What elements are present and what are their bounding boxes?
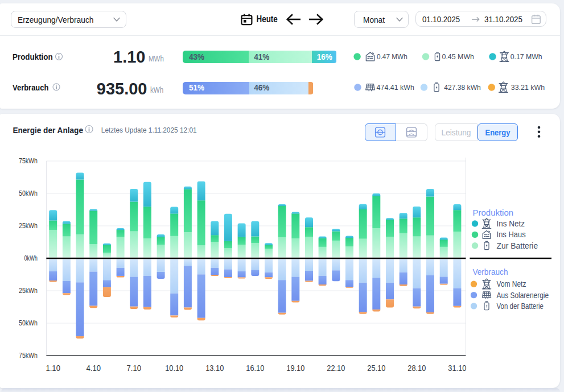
svg-text:Energie der Anlage: Energie der Anlage — [13, 125, 83, 135]
svg-text:25kWh: 25kWh — [19, 287, 38, 295]
svg-text:19.10: 19.10 — [286, 364, 304, 373]
svg-text:10.10: 10.10 — [165, 364, 183, 373]
svg-text:MWh: MWh — [149, 54, 164, 63]
svg-text:Ins Netz: Ins Netz — [497, 219, 525, 228]
svg-text:0kWh: 0kWh — [24, 254, 38, 262]
svg-text:Ins Haus: Ins Haus — [497, 230, 526, 239]
svg-text:935.00: 935.00 — [97, 80, 147, 98]
svg-text:33.21 kWh: 33.21 kWh — [511, 83, 545, 92]
svg-text:22.10: 22.10 — [327, 364, 345, 373]
svg-text:50kWh: 50kWh — [19, 189, 38, 197]
svg-text:16.10: 16.10 — [246, 364, 264, 373]
svg-text:Leistung: Leistung — [442, 128, 471, 137]
svg-text:4.10: 4.10 — [86, 364, 101, 373]
svg-text:31.10.2025: 31.10.2025 — [484, 14, 522, 24]
svg-text:Von der Batterie: Von der Batterie — [497, 302, 544, 311]
svg-text:31.10: 31.10 — [448, 364, 466, 373]
svg-text:474.41 kWh: 474.41 kWh — [377, 83, 414, 92]
svg-text:46%: 46% — [254, 83, 270, 92]
svg-text:Aus Solarenergie: Aus Solarenergie — [497, 291, 549, 300]
svg-text:Heute: Heute — [257, 14, 278, 24]
svg-text:Energy: Energy — [485, 128, 511, 137]
svg-text:13.10: 13.10 — [205, 364, 224, 373]
svg-text:43%: 43% — [189, 52, 205, 61]
svg-text:Produktion: Produktion — [473, 208, 514, 217]
svg-text:51%: 51% — [189, 83, 205, 92]
svg-text:Vom Netz: Vom Netz — [497, 279, 526, 288]
svg-text:Verbrauch: Verbrauch — [472, 267, 508, 277]
svg-text:75kWh: 75kWh — [19, 352, 38, 360]
svg-text:16%: 16% — [317, 52, 333, 61]
svg-text:41%: 41% — [254, 52, 270, 61]
svg-text:Zur Batterie: Zur Batterie — [497, 241, 538, 250]
svg-text:0.17 MWh: 0.17 MWh — [511, 52, 542, 61]
svg-text:Produktion: Produktion — [13, 52, 53, 61]
svg-text:kWh: kWh — [150, 85, 163, 94]
svg-text:Monat: Monat — [363, 15, 385, 24]
svg-text:50kWh: 50kWh — [19, 319, 38, 327]
svg-text:75kWh: 75kWh — [19, 157, 38, 165]
svg-text:Verbrauch: Verbrauch — [13, 82, 48, 92]
svg-text:1.10: 1.10 — [113, 48, 145, 66]
svg-text:28.10: 28.10 — [407, 364, 426, 373]
svg-text:0.45 MWh: 0.45 MWh — [442, 52, 475, 61]
svg-text:25.10: 25.10 — [367, 364, 385, 373]
svg-text:7.10: 7.10 — [126, 364, 141, 373]
svg-text:Letztes Update 1.11.2025 12:01: Letztes Update 1.11.2025 12:01 — [101, 126, 197, 134]
svg-text:25kWh: 25kWh — [19, 222, 38, 230]
svg-text:01.10.2025: 01.10.2025 — [422, 14, 460, 24]
svg-text:1.10: 1.10 — [46, 364, 60, 373]
svg-text:0.47 MWh: 0.47 MWh — [377, 52, 407, 61]
svg-text:Erzeugung/Verbrauch: Erzeugung/Verbrauch — [18, 15, 94, 24]
svg-text:427.38 kWh: 427.38 kWh — [444, 83, 481, 92]
